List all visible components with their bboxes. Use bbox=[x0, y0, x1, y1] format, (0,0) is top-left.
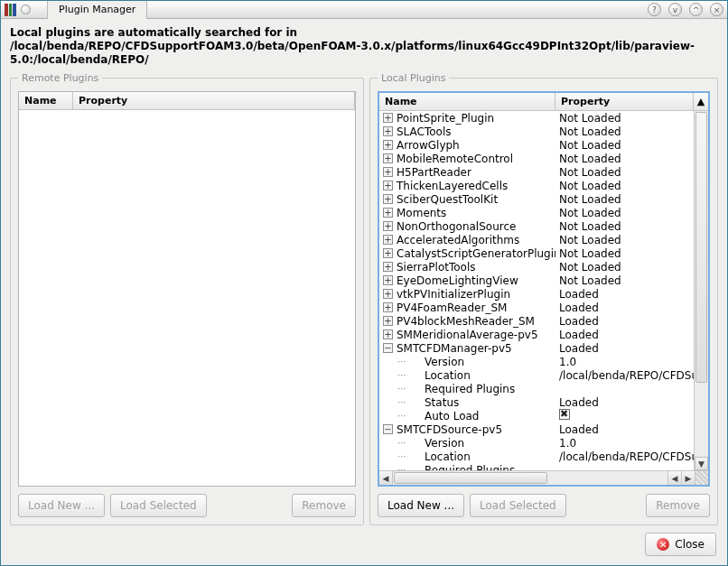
table-row[interactable]: −SMTCFDManager-pv5Loaded bbox=[379, 341, 694, 355]
row-name: Version bbox=[425, 437, 464, 450]
expand-icon[interactable]: + bbox=[383, 289, 393, 299]
minimize-button[interactable]: v bbox=[668, 3, 682, 16]
row-name-cell: −SMTCFDManager-pv5 bbox=[379, 342, 555, 355]
local-remove-button[interactable]: Remove bbox=[646, 494, 710, 517]
scrollbar-thumb[interactable] bbox=[695, 112, 707, 383]
row-name: Auto Load bbox=[425, 410, 479, 422]
row-name-cell: ⋯Version bbox=[379, 437, 555, 450]
table-row[interactable]: ⋯StatusLoaded bbox=[379, 395, 694, 409]
remote-col-name[interactable]: Name bbox=[19, 92, 73, 109]
scroll-left-icon[interactable]: ◀ bbox=[379, 471, 393, 485]
scroll-right2-icon[interactable]: ▶ bbox=[681, 471, 695, 485]
row-name-cell: +PV4FoamReader_SM bbox=[379, 302, 555, 314]
expand-icon[interactable]: + bbox=[383, 302, 393, 312]
row-prop-cell: /local/benda/REPO/CFDSu bbox=[555, 369, 694, 382]
row-prop-cell: Not Loaded bbox=[555, 261, 694, 274]
row-name: EyeDomeLightingView bbox=[397, 274, 518, 287]
row-name: CatalystScriptGeneratorPlugin bbox=[397, 247, 555, 260]
table-row[interactable]: +H5PartReaderNot Loaded bbox=[379, 165, 694, 179]
local-col-name[interactable]: Name bbox=[379, 93, 555, 110]
expand-icon[interactable]: + bbox=[383, 140, 393, 150]
expand-icon[interactable]: + bbox=[383, 194, 393, 204]
row-prop-cell: 1.0 bbox=[555, 437, 694, 450]
resize-grip-icon[interactable] bbox=[695, 471, 708, 485]
row-prop-cell: Not Loaded bbox=[555, 234, 694, 246]
tree-branch-icon: ⋯ bbox=[397, 411, 406, 421]
expand-icon[interactable]: + bbox=[383, 235, 393, 245]
autoload-checkbox[interactable] bbox=[559, 409, 570, 420]
scroll-up-icon[interactable]: ▲ bbox=[694, 93, 708, 110]
remote-remove-button[interactable]: Remove bbox=[292, 494, 356, 517]
table-row[interactable]: +SierraPlotToolsNot Loaded bbox=[379, 260, 694, 274]
table-row[interactable]: −SMTCFDSource-pv5Loaded bbox=[379, 422, 694, 436]
horizontal-scrollbar[interactable]: ◀ ◀ ▶ bbox=[379, 470, 708, 485]
collapse-icon[interactable]: − bbox=[383, 343, 393, 353]
expand-icon[interactable]: + bbox=[383, 153, 393, 163]
scroll-right-icon[interactable]: ◀ bbox=[667, 471, 681, 485]
table-row[interactable]: +EyeDomeLightingViewNot Loaded bbox=[379, 274, 694, 287]
remote-load-selected-button[interactable]: Load Selected bbox=[110, 494, 207, 517]
row-prop-cell: Not Loaded bbox=[555, 153, 694, 165]
table-row[interactable]: +PV4blockMeshReader_SMLoaded bbox=[379, 314, 694, 328]
expand-icon[interactable]: + bbox=[383, 113, 393, 123]
table-row[interactable]: ⋯Required Plugins bbox=[379, 463, 694, 470]
expand-icon[interactable]: + bbox=[383, 208, 393, 218]
row-prop-cell: Loaded bbox=[555, 423, 694, 436]
row-name-cell: +EyeDomeLightingView bbox=[379, 274, 555, 287]
close-window-button[interactable]: × bbox=[710, 3, 723, 16]
expand-icon[interactable]: + bbox=[383, 316, 393, 326]
table-row[interactable]: ⋯Auto Load bbox=[379, 409, 694, 422]
table-row[interactable]: +SLACToolsNot Loaded bbox=[379, 125, 694, 138]
row-prop-cell: Not Loaded bbox=[555, 247, 694, 260]
table-row[interactable]: +CatalystScriptGeneratorPluginNot Loaded bbox=[379, 246, 694, 260]
table-row[interactable]: +PointSprite_PluginNot Loaded bbox=[379, 111, 694, 125]
expand-icon[interactable]: + bbox=[383, 329, 393, 339]
expand-icon[interactable]: + bbox=[383, 262, 393, 272]
row-name: SierraPlotTools bbox=[397, 261, 476, 274]
row-name-cell: −SMTCFDSource-pv5 bbox=[379, 423, 555, 436]
row-name-cell: +SMMeridionalAverage-pv5 bbox=[379, 329, 555, 341]
maximize-button[interactable]: ^ bbox=[689, 3, 703, 16]
scroll-down-icon[interactable]: ▼ bbox=[695, 457, 708, 470]
table-row[interactable]: +PV4FoamReader_SMLoaded bbox=[379, 301, 694, 314]
table-row[interactable]: ⋯Version1.0 bbox=[379, 436, 694, 450]
table-row[interactable]: +vtkPVInitializerPluginLoaded bbox=[379, 287, 694, 301]
local-col-prop[interactable]: Property bbox=[555, 93, 694, 110]
plugin-manager-window: Plugin Manager ? v ^ × Local plugins are… bbox=[0, 0, 728, 566]
close-button[interactable]: ✕ Close bbox=[645, 533, 716, 556]
expand-icon[interactable]: + bbox=[383, 275, 393, 285]
expand-icon[interactable]: + bbox=[383, 248, 393, 258]
row-prop-cell: Not Loaded bbox=[555, 274, 694, 287]
remote-col-prop[interactable]: Property bbox=[73, 92, 355, 109]
collapse-icon[interactable]: − bbox=[383, 424, 393, 434]
row-prop-cell: Loaded bbox=[555, 329, 694, 341]
tree-branch-icon: ⋯ bbox=[397, 397, 406, 407]
table-row[interactable]: ⋯Version1.0 bbox=[379, 355, 694, 368]
help-button[interactable]: ? bbox=[648, 3, 661, 16]
title-pin-icon[interactable] bbox=[21, 5, 31, 14]
local-load-selected-button[interactable]: Load Selected bbox=[470, 494, 566, 517]
table-row[interactable]: +SciberQuestToolKitNot Loaded bbox=[379, 192, 694, 206]
close-label: Close bbox=[675, 538, 705, 551]
expand-icon[interactable]: + bbox=[383, 181, 393, 190]
table-row[interactable]: ⋯Required Plugins bbox=[379, 382, 694, 395]
expand-icon[interactable]: + bbox=[383, 221, 393, 231]
local-table-body[interactable]: +PointSprite_PluginNot Loaded+SLACToolsN… bbox=[379, 111, 694, 470]
vertical-scrollbar[interactable]: ▼ bbox=[694, 111, 708, 470]
table-row[interactable]: +ThickenLayeredCellsNot Loaded bbox=[379, 179, 694, 192]
table-row[interactable]: +MomentsNot Loaded bbox=[379, 206, 694, 219]
row-name: ThickenLayeredCells bbox=[397, 180, 508, 192]
table-row[interactable]: +NonOrthogonalSourceNot Loaded bbox=[379, 219, 694, 233]
expand-icon[interactable]: + bbox=[383, 126, 393, 136]
expand-icon[interactable]: + bbox=[383, 167, 393, 177]
table-row[interactable]: +AcceleratedAlgorithmsNot Loaded bbox=[379, 233, 694, 246]
remote-load-new-button[interactable]: Load New ... bbox=[18, 494, 105, 517]
table-row[interactable]: +ArrowGlyphNot Loaded bbox=[379, 138, 694, 152]
table-row[interactable]: ⋯Location/local/benda/REPO/CFDSu bbox=[379, 368, 694, 382]
local-load-new-button[interactable]: Load New ... bbox=[378, 494, 464, 517]
table-row[interactable]: ⋯Location/local/benda/REPO/CFDSu bbox=[379, 450, 694, 463]
table-row[interactable]: +MobileRemoteControlNot Loaded bbox=[379, 152, 694, 165]
row-prop-cell: Loaded bbox=[555, 302, 694, 314]
hscroll-thumb[interactable] bbox=[394, 472, 547, 484]
table-row[interactable]: +SMMeridionalAverage-pv5Loaded bbox=[379, 328, 694, 341]
